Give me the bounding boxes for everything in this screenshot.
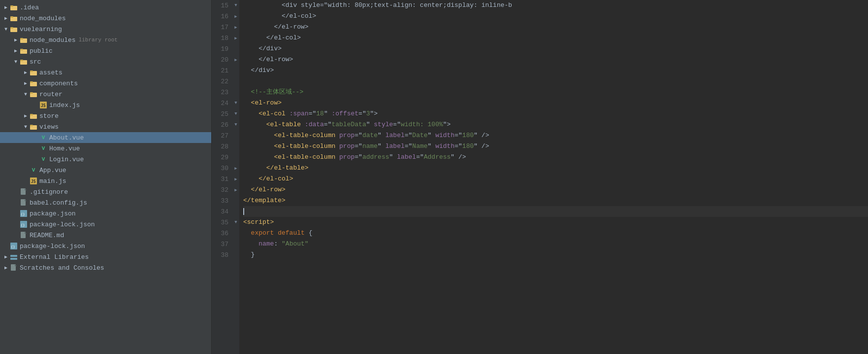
code-plain: </div> [243, 65, 274, 76]
line-number: 27 [212, 132, 232, 140]
code-plain [243, 130, 274, 141]
svg-rect-15 [30, 81, 33, 83]
tree-arrow-node_modules_lib: ▶ [12, 37, 20, 43]
tree-label-package_lock2: package-lock.json [20, 243, 85, 250]
vue-file-icon: V [39, 155, 47, 163]
code-plain [243, 141, 274, 152]
sidebar-item-package_lock[interactable]: {}package-lock.json [0, 219, 211, 230]
fold-marker[interactable]: ▶ [232, 14, 239, 19]
sidebar-item-gitignore[interactable]: .gitignore [0, 186, 211, 197]
tree-arrow-external_libs: ▶ [2, 254, 10, 260]
code-attr-name: label [397, 152, 416, 163]
code-attr-name: prop [339, 152, 354, 163]
code-content: <div style="width: 80px;text-align: cent… [239, 0, 868, 354]
sidebar-item-external_libs[interactable]: ▶External Libraries [0, 251, 211, 262]
fold-marker[interactable]: ▼ [232, 111, 239, 116]
tree-arrow-src: ▼ [12, 59, 20, 65]
code-plain: " [378, 141, 382, 152]
code-line-28: <el-table-column prop="name" label="Name… [243, 141, 868, 152]
code-plain: </el-col> [243, 33, 301, 43]
folder-icon [10, 3, 18, 11]
fold-marker[interactable]: ▼ [232, 3, 239, 8]
code-plain [335, 152, 339, 163]
sidebar-item-package_lock2[interactable]: {}package-lock.json [0, 241, 211, 251]
tree-arrow-vuelearning: ▼ [2, 27, 10, 32]
fold-marker[interactable]: ▶ [232, 166, 239, 171]
sidebar-item-components[interactable]: ▶components [0, 78, 211, 89]
code-line-30: </el-table> [243, 163, 868, 174]
code-tag: <script> [243, 217, 274, 228]
code-plain: =" [454, 130, 462, 141]
svg-rect-36 [10, 258, 17, 260]
code-line-27: <el-table-column prop="date" label="Date… [243, 130, 868, 141]
sidebar-item-store[interactable]: ▶store [0, 110, 211, 121]
svg-rect-13 [30, 71, 33, 72]
sidebar-item-app_vue[interactable]: VApp.vue [0, 165, 211, 176]
text-cursor [243, 208, 244, 215]
code-plain: "> [370, 108, 378, 119]
code-tag: </el-row> [251, 184, 286, 195]
sidebar-item-node_modules_lib[interactable]: ▶node_moduleslibrary root [0, 35, 211, 45]
code-plain: " [378, 130, 382, 141]
sidebar-item-about_vue[interactable]: VAbout.vue [0, 132, 211, 143]
fold-marker[interactable]: ▼ [232, 101, 239, 106]
line-number: 20 [212, 56, 232, 64]
sidebar-item-index_js[interactable]: JSindex.js [0, 100, 211, 110]
sidebar-item-views[interactable]: ▼views [0, 121, 211, 132]
code-plain [243, 152, 274, 163]
sidebar-item-assets[interactable]: ▶assets [0, 67, 211, 78]
code-line-38: } [243, 249, 868, 260]
code-plain: " /> [450, 152, 466, 163]
code-plain: " /> [474, 130, 489, 141]
line-number: 25 [212, 110, 232, 118]
code-plain [382, 130, 386, 141]
code-attr-name: style [374, 119, 393, 130]
folder-icon [20, 47, 28, 55]
generic-file-icon [20, 188, 28, 196]
code-tag: </template> [243, 195, 286, 206]
fold-marker[interactable]: ▶ [232, 187, 239, 193]
code-plain [243, 239, 258, 249]
code-attr-value: 180 [462, 130, 474, 141]
file-tree-sidebar[interactable]: ▶.idea▶node_modules▼vuelearning▶node_mod… [0, 0, 212, 354]
sidebar-item-home_vue[interactable]: VHome.vue [0, 143, 211, 154]
tree-label-router: router [39, 91, 63, 98]
line-number: 35 [212, 219, 232, 226]
sidebar-item-main_js[interactable]: JSmain.js [0, 176, 211, 186]
sidebar-item-src[interactable]: ▼src [0, 56, 211, 67]
sidebar-item-node_modules_root[interactable]: ▶node_modules [0, 13, 211, 24]
code-plain: =" [354, 130, 362, 141]
js-file-icon: JS [30, 177, 37, 185]
sidebar-item-scratches[interactable]: ▶Scratches and Consoles [0, 262, 211, 273]
tree-label-package_json: package.json [30, 210, 76, 217]
sidebar-item-idea[interactable]: ▶.idea [0, 2, 211, 13]
code-attr-value: 18 [316, 108, 324, 119]
fold-marker[interactable]: ▶ [232, 57, 239, 63]
json-file-icon: {} [20, 210, 28, 217]
sidebar-item-router[interactable]: ▼router [0, 89, 211, 100]
code-line-17: </el-row> [243, 22, 868, 33]
code-line-20: </el-row> [243, 54, 868, 65]
code-plain: =" [324, 119, 332, 130]
sidebar-item-babel_config[interactable]: babel.config.js [0, 197, 211, 208]
folder-icon [20, 58, 28, 66]
tree-label-main_js: main.js [39, 177, 66, 185]
code-attr-name: prop [339, 130, 354, 141]
code-plain [243, 108, 258, 119]
sidebar-item-login_vue[interactable]: VLogin.vue [0, 154, 211, 165]
code-line-35: <script> [243, 217, 868, 228]
tree-badge-node_modules_lib: library root [79, 37, 118, 43]
fold-marker[interactable]: ▶ [232, 35, 239, 41]
code-plain: " [366, 119, 370, 130]
json-file-icon: {} [20, 220, 28, 228]
sidebar-item-package_json[interactable]: {}package.json [0, 208, 211, 219]
code-plain: </el-col> [243, 11, 316, 22]
sidebar-item-public[interactable]: ▶public [0, 45, 211, 56]
code-plain [328, 108, 332, 119]
fold-marker[interactable]: ▼ [232, 122, 239, 127]
fold-marker[interactable]: ▶ [232, 25, 239, 30]
sidebar-item-vuelearning[interactable]: ▼vuelearning [0, 24, 211, 35]
fold-marker[interactable]: ▼ [232, 220, 239, 225]
sidebar-item-readme[interactable]: README.md [0, 230, 211, 241]
fold-marker[interactable]: ▶ [232, 177, 239, 182]
